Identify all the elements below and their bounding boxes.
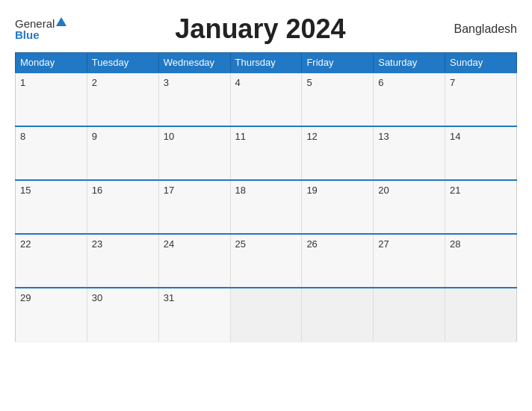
calendar-cell: 23	[87, 234, 158, 288]
weekday-header-friday: Friday	[302, 53, 374, 73]
day-number: 30	[92, 292, 102, 303]
day-number: 11	[235, 131, 246, 142]
logo-triangle-icon	[56, 17, 66, 26]
calendar-cell: 26	[302, 234, 374, 288]
day-number: 5	[306, 77, 312, 88]
calendar-cell: 10	[158, 126, 230, 180]
day-number: 26	[306, 238, 317, 250]
calendar-table: MondayTuesdayWednesdayThursdayFridaySatu…	[15, 52, 517, 342]
calendar-cell: 29	[16, 288, 87, 342]
calendar-cell: 31	[158, 288, 230, 342]
day-number: 15	[20, 185, 31, 196]
week-row-4: 22232425262728	[16, 234, 517, 288]
day-number: 7	[450, 77, 455, 88]
day-number: 22	[20, 238, 31, 250]
calendar-cell: 15	[16, 180, 87, 234]
calendar-cell	[445, 288, 517, 342]
calendar-cell: 24	[158, 234, 230, 288]
day-number: 1	[20, 77, 25, 88]
calendar-header: General Blue January 2024 Bangladesh	[15, 13, 517, 45]
calendar-cell: 13	[374, 126, 445, 180]
calendar-cell: 1	[16, 72, 87, 126]
weekday-header-wednesday: Wednesday	[158, 53, 230, 73]
calendar-cell: 20	[374, 180, 445, 234]
month-title: January 2024	[66, 13, 454, 45]
weekday-header-saturday: Saturday	[374, 53, 445, 73]
week-row-1: 1234567	[16, 72, 517, 126]
calendar-cell: 17	[158, 180, 230, 234]
calendar-container: General Blue January 2024 Bangladesh Mon…	[0, 0, 532, 411]
day-number: 2	[92, 77, 97, 88]
weekday-header-sunday: Sunday	[445, 53, 517, 73]
calendar-cell: 6	[374, 72, 445, 126]
day-number: 16	[92, 185, 102, 196]
calendar-cell: 9	[87, 126, 158, 180]
week-row-2: 891011121314	[16, 126, 517, 180]
calendar-cell: 28	[445, 234, 517, 288]
calendar-cell: 22	[16, 234, 87, 288]
country-label: Bangladesh	[454, 22, 517, 36]
day-number: 25	[235, 238, 246, 250]
day-number: 12	[306, 131, 317, 142]
calendar-cell: 27	[374, 234, 445, 288]
day-number: 31	[164, 292, 174, 303]
calendar-cell	[302, 288, 374, 342]
day-number: 14	[450, 131, 460, 142]
weekday-header-thursday: Thursday	[230, 53, 302, 73]
day-number: 27	[378, 238, 389, 250]
day-number: 18	[235, 185, 246, 196]
calendar-cell: 14	[445, 126, 517, 180]
day-number: 3	[164, 77, 169, 88]
day-number: 13	[378, 131, 389, 142]
day-number: 28	[450, 238, 460, 250]
calendar-cell: 19	[302, 180, 374, 234]
logo: General Blue	[15, 18, 66, 41]
calendar-cell	[374, 288, 445, 342]
day-number: 19	[306, 185, 317, 196]
day-number: 17	[164, 185, 174, 196]
weekday-header-monday: Monday	[16, 53, 87, 73]
calendar-cell	[230, 288, 302, 342]
calendar-cell: 30	[87, 288, 158, 342]
weekday-header-row: MondayTuesdayWednesdayThursdayFridaySatu…	[16, 53, 517, 73]
calendar-cell: 5	[302, 72, 374, 126]
day-number: 8	[20, 131, 25, 142]
day-number: 24	[164, 238, 174, 250]
calendar-cell: 8	[16, 126, 87, 180]
calendar-cell: 25	[230, 234, 302, 288]
calendar-cell: 18	[230, 180, 302, 234]
day-number: 10	[164, 131, 174, 142]
day-number: 4	[235, 77, 241, 88]
calendar-cell: 7	[445, 72, 517, 126]
calendar-cell: 2	[87, 72, 158, 126]
day-number: 9	[92, 131, 97, 142]
calendar-cell: 12	[302, 126, 374, 180]
calendar-cell: 21	[445, 180, 517, 234]
day-number: 6	[378, 77, 383, 88]
logo-general-text: General	[15, 18, 55, 29]
week-row-3: 15161718192021	[16, 180, 517, 234]
calendar-cell: 11	[230, 126, 302, 180]
calendar-cell: 3	[158, 72, 230, 126]
calendar-cell: 16	[87, 180, 158, 234]
day-number: 29	[20, 292, 31, 303]
calendar-cell: 4	[230, 72, 302, 126]
day-number: 23	[92, 238, 102, 250]
weekday-header-tuesday: Tuesday	[87, 53, 158, 73]
week-row-5: 293031	[16, 288, 517, 342]
day-number: 21	[450, 185, 460, 196]
day-number: 20	[378, 185, 389, 196]
logo-blue-text: Blue	[15, 28, 40, 41]
